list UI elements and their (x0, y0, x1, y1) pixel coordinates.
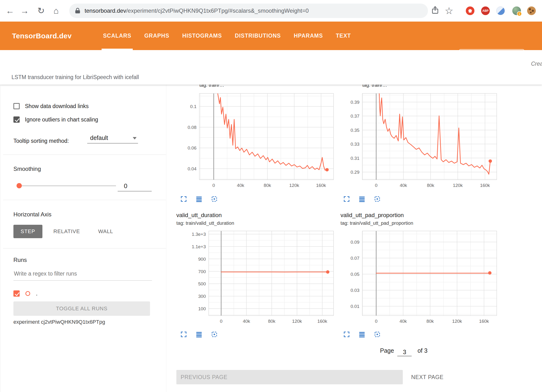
fit-domain-icon[interactable] (373, 330, 381, 339)
scalar-chart-top-right[interactable]: 040k80k120k160k0.290.310.330.350.370.39 (340, 85, 508, 193)
fit-domain-icon[interactable] (373, 195, 381, 203)
slider-track[interactable] (20, 185, 116, 186)
tab-histograms[interactable]: HISTOGRAMS (182, 22, 222, 50)
page-number-input[interactable] (397, 348, 412, 356)
toggle-all-runs-button[interactable]: TOGGLE ALL RUNS (13, 301, 150, 316)
horizontal-axis-label: Horizontal Axis (13, 211, 52, 218)
runs-label: Runs (13, 257, 27, 263)
svg-text:120k: 120k (452, 319, 462, 324)
tab-hparams[interactable]: HPARAMS (294, 22, 323, 50)
axis-relative-button[interactable]: RELATIVE (46, 225, 87, 238)
address-bar[interactable]: tensorboard.dev/experiment/cj2vtPiwQHKN9… (69, 4, 428, 18)
tab-distributions[interactable]: DISTRIBUTIONS (235, 22, 281, 50)
svg-text:160k: 160k (480, 183, 490, 188)
share-icon[interactable] (431, 6, 439, 15)
svg-text:0.1: 0.1 (190, 104, 196, 109)
tab-scalars[interactable]: SCALARS (103, 22, 131, 50)
ignore-outliers-row[interactable]: Ignore outliers in chart scaling (13, 116, 98, 123)
send-feedback-button[interactable]: SEND FEEDBACK (459, 49, 524, 64)
experiment-description: LSTM transducer training for LibriSpeech… (12, 74, 139, 81)
tensorboard-logo: TensorBoard.dev (12, 22, 72, 50)
previous-page-button[interactable]: PREVIOUS PAGE (176, 370, 403, 384)
scalar-chart-top-left[interactable]: 040k80k120k160k0.040.060.080.1 (177, 85, 345, 193)
chart-toolbar (342, 195, 381, 203)
fit-domain-icon[interactable] (210, 195, 219, 203)
extension-icon[interactable] (496, 6, 505, 15)
expand-chart-icon[interactable] (179, 195, 188, 203)
run-checkbox-checked-icon[interactable] (13, 290, 20, 297)
svg-text:0.07: 0.07 (351, 256, 359, 261)
tooltip-sorting-select[interactable]: default (87, 133, 138, 144)
tooltip-sorting-label: Tooltip sorting method: (13, 138, 69, 144)
back-icon[interactable]: ← (4, 0, 16, 22)
home-icon[interactable]: ⌂ (50, 0, 62, 22)
toggle-y-axis-icon[interactable] (195, 195, 203, 203)
svg-text:0.35: 0.35 (351, 128, 359, 133)
svg-text:0.37: 0.37 (351, 114, 359, 119)
svg-text:80k: 80k (264, 183, 271, 188)
profile-avatar[interactable]: 1 (512, 6, 521, 15)
smoothing-value: 0 (124, 182, 127, 190)
smoothing-value-input[interactable]: 0 (118, 181, 152, 191)
fit-domain-icon[interactable] (210, 330, 219, 339)
expand-chart-icon[interactable] (342, 330, 351, 339)
svg-text:0.08: 0.08 (188, 125, 196, 130)
reload-icon[interactable]: ↻ (35, 0, 47, 22)
chart-toolbar (179, 330, 219, 339)
tensorboard-page: ← → ↻ ⌂ tensorboard.dev/experiment/cj2vt… (0, 0, 542, 392)
toggle-y-axis-icon[interactable] (195, 330, 203, 339)
svg-text:80k: 80k (427, 319, 434, 324)
svg-text:80k: 80k (268, 319, 276, 324)
svg-text:0: 0 (375, 319, 378, 324)
show-download-links-label: Show data download links (25, 103, 89, 110)
settings-sidebar: Show data download links Ignore outliers… (0, 85, 166, 392)
horizontal-axis-toggle: STEP RELATIVE WALL (13, 225, 120, 238)
run-name: . (36, 290, 38, 297)
svg-text:120k: 120k (289, 183, 299, 188)
svg-text:0.01: 0.01 (351, 304, 359, 309)
axis-step-button[interactable]: STEP (13, 225, 42, 238)
svg-text:120k: 120k (453, 183, 463, 188)
runs-regex-input[interactable] (13, 267, 152, 281)
svg-text:0: 0 (220, 319, 223, 324)
toggle-y-axis-icon[interactable] (357, 195, 366, 203)
svg-text:900: 900 (198, 257, 206, 262)
adblock-extension-icon[interactable] (466, 6, 474, 15)
abp-extension-icon[interactable]: ABP (481, 6, 490, 15)
next-page-button[interactable]: NEXT PAGE (405, 370, 449, 384)
checkbox-unchecked-icon[interactable] (13, 103, 20, 109)
expand-chart-icon[interactable] (342, 195, 351, 203)
created-text-cut: Crea (531, 61, 542, 67)
axis-wall-button[interactable]: WALL (91, 225, 120, 238)
tab-graphs[interactable]: GRAPHS (144, 22, 169, 50)
tab-text[interactable]: TEXT (336, 22, 351, 50)
tooltip-sorting-value: default (90, 134, 108, 141)
svg-text:160k: 160k (316, 183, 326, 188)
svg-text:40k: 40k (237, 183, 244, 188)
chart-header-valid-utt-duration: valid_utt_duration tag: train/valid_utt_… (176, 212, 234, 226)
svg-text:120k: 120k (292, 319, 302, 324)
divider (3, 248, 166, 248)
bookmark-star-icon[interactable]: ☆ (445, 0, 453, 22)
chart-valid-utt-pad-proportion[interactable]: 040k80k120k160k0.010.030.050.070.09 (340, 228, 498, 328)
avatar-badge: 1 (517, 11, 522, 16)
toggle-y-axis-icon[interactable] (357, 330, 366, 339)
smoothing-slider[interactable]: 0 (0, 180, 166, 191)
divider (3, 155, 166, 155)
chart-title: valid_utt_pad_proportion (340, 212, 413, 219)
run-list-item[interactable]: . (13, 290, 38, 297)
svg-text:0.29: 0.29 (351, 170, 359, 175)
slider-thumb[interactable] (17, 183, 22, 188)
show-download-links-row[interactable]: Show data download links (13, 102, 89, 110)
svg-text:1.3e+3: 1.3e+3 (192, 232, 206, 237)
divider (3, 200, 166, 200)
svg-text:40k: 40k (400, 183, 407, 188)
chart-valid-utt-duration[interactable]: 040k80k120k160k1003005007009001.1e+31.3e… (187, 228, 345, 328)
svg-text:0.06: 0.06 (188, 145, 196, 150)
forward-icon[interactable]: → (18, 0, 31, 22)
checkbox-checked-icon[interactable] (13, 116, 20, 123)
cookie-extension-icon[interactable] (527, 6, 536, 15)
padlock-icon[interactable] (75, 7, 81, 14)
expand-chart-icon[interactable] (179, 330, 188, 339)
chart-toolbar (342, 330, 381, 339)
